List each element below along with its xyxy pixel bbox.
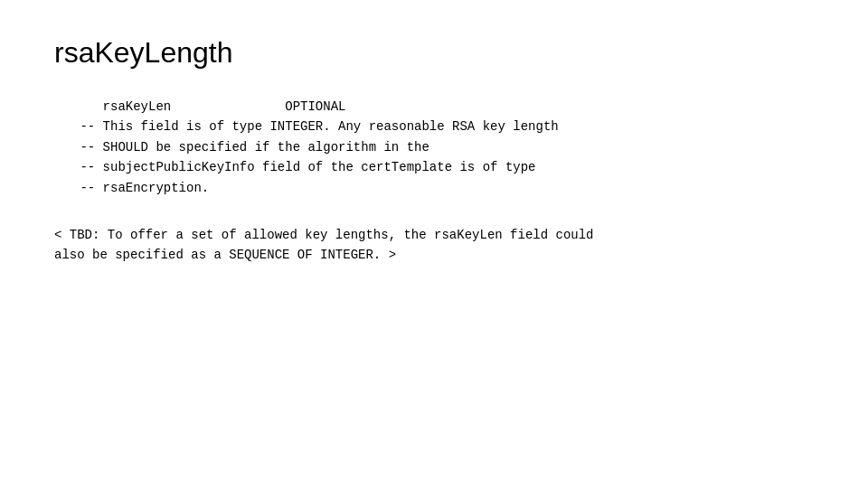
prose-description: < TBD: To offer a set of allowed key len… xyxy=(54,225,814,266)
code-block: rsaKeyLen OPTIONAL -- This field is of t… xyxy=(54,97,814,198)
page-title: rsaKeyLength xyxy=(54,36,814,70)
page-container: rsaKeyLength rsaKeyLen OPTIONAL -- This … xyxy=(0,0,868,488)
code-line-4: -- subjectPublicKeyInfo field of the cer… xyxy=(72,157,814,177)
code-line-2: -- This field is of type INTEGER. Any re… xyxy=(72,117,814,136)
code-line-5: -- rsaEncryption. xyxy=(72,178,814,198)
code-line-3: -- SHOULD be specified if the algorithm … xyxy=(72,137,814,157)
code-line-1: rsaKeyLen OPTIONAL xyxy=(72,97,814,117)
